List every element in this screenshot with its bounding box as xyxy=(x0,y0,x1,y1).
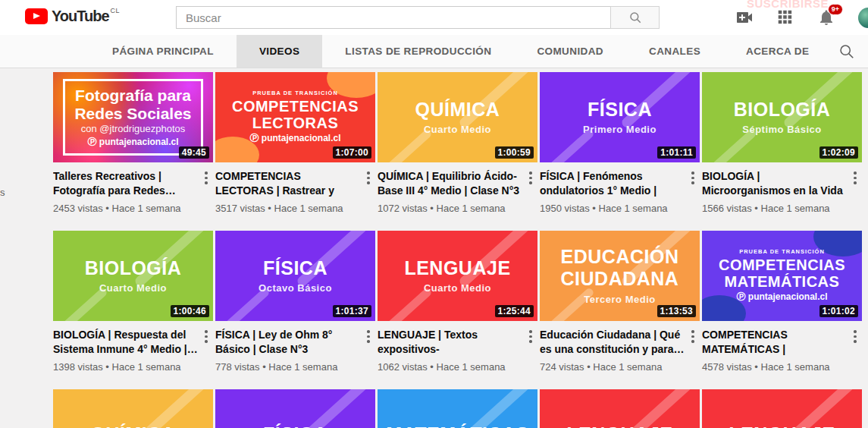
video-card[interactable]: LENGUAJE xyxy=(702,389,862,428)
video-duration-badge: 49:45 xyxy=(179,146,209,159)
thumbnail-heading: QUÍMICA xyxy=(91,423,176,428)
video-title[interactable]: BIOLOGÍA | Microorganismos en la Vida Co… xyxy=(702,169,848,198)
kebab-menu-icon[interactable] xyxy=(199,169,213,198)
thumbnail-heading: QUÍMICA xyxy=(415,99,500,121)
video-thumbnail[interactable]: FÍSICA Octavo Básico 1:01:37 xyxy=(215,231,375,321)
video-thumbnail[interactable]: BIOLOGÍA Séptimo Básico 1:02:09 xyxy=(702,72,862,162)
video-thumbnail[interactable]: FÍSICA xyxy=(215,389,375,428)
video-duration-badge: 1:01:37 xyxy=(333,305,371,317)
create-video-icon[interactable] xyxy=(735,8,754,27)
kebab-menu-icon[interactable] xyxy=(362,169,375,198)
youtube-logo[interactable]: YouTube CL xyxy=(25,8,120,24)
video-title[interactable]: COMPETENCIAS LECTORAS | Rastrear y local… xyxy=(215,169,362,198)
video-title[interactable]: BIOLOGÍA | Respuesta del Sistema Inmune … xyxy=(53,328,199,357)
video-thumbnail[interactable]: LENGUAJE Cuarto Medio 1:25:44 xyxy=(378,231,537,321)
video-meta: 1062 vistas • Hace 1 semana xyxy=(378,361,537,373)
kebab-menu-icon[interactable] xyxy=(686,328,700,357)
kebab-menu-icon[interactable] xyxy=(199,328,213,357)
tab-pagina-principal[interactable]: PÁGINA PRINCIPAL xyxy=(89,35,237,68)
thumbnail-pretitle: PRUEBA DE TRANSICIÓN xyxy=(739,249,825,256)
tab-listas-de-reproduccion[interactable]: LISTAS DE REPRODUCCIÓN xyxy=(322,35,514,68)
video-grid: Fotografía para Redes Sociales con @jtro… xyxy=(53,72,862,428)
video-thumbnail[interactable]: MATEMÁTICAS xyxy=(378,389,537,428)
video-meta: 1950 vistas • Hace 1 semana xyxy=(540,203,700,214)
kebab-menu-icon[interactable] xyxy=(362,328,375,357)
video-card[interactable]: PRUEBA DE TRANSICIÓN COMPETENCIAS MATEMÁ… xyxy=(702,231,862,373)
video-title[interactable]: Talleres Recreativos | Fotografía para R… xyxy=(53,169,199,198)
thumbnail-streak-decoration xyxy=(620,389,700,428)
account-avatar[interactable] xyxy=(858,8,868,28)
tab-videos[interactable]: VIDEOS xyxy=(237,35,322,68)
video-card[interactable]: BIOLOGÍA Cuarto Medio 1:00:46 BIOLOGÍA |… xyxy=(53,231,213,373)
thumbnail-subheading: Cuarto Medio xyxy=(424,124,491,136)
search-input[interactable] xyxy=(176,6,610,29)
video-thumbnail[interactable]: LENGUAJE xyxy=(702,389,862,428)
video-thumbnail[interactable]: PRUEBA DE TRANSICIÓN COMPETENCIAS MATEMÁ… xyxy=(702,231,862,321)
thumbnail-heading: FÍSICA xyxy=(263,257,327,279)
channel-search-icon[interactable] xyxy=(834,35,859,68)
kebab-menu-icon[interactable] xyxy=(524,328,537,357)
video-thumbnail[interactable]: QUÍMICA Cuarto Medio 1:00:59 xyxy=(378,72,537,162)
video-card[interactable]: FÍSICA xyxy=(215,389,375,428)
search-bar xyxy=(176,6,660,29)
video-card[interactable]: LENGUAJE Cuarto Medio 1:25:44 LENGUAJE |… xyxy=(378,231,537,373)
thumbnail-heading: LENGUAJE xyxy=(729,423,835,428)
video-card[interactable]: MATEMÁTICAS xyxy=(378,389,537,428)
thumbnail-line2: Redes Sociales xyxy=(74,105,191,123)
search-icon xyxy=(628,11,642,24)
video-card[interactable]: QUÍMICA xyxy=(53,389,213,428)
thumbnail-pretitle: PRUEBA DE TRANSICIÓN xyxy=(252,90,338,97)
video-thumbnail[interactable]: LENGUAJE xyxy=(540,389,700,428)
video-duration-badge: 1:02:09 xyxy=(819,146,858,159)
video-title[interactable]: QUÍMICA | Equilibrio Ácido-Base III 4° M… xyxy=(378,169,524,198)
video-card[interactable]: LENGUAJE xyxy=(540,389,700,428)
thumbnail-heading: LENGUAJE xyxy=(404,257,510,279)
video-thumbnail[interactable]: BIOLOGÍA Cuarto Medio 1:00:46 xyxy=(53,231,213,321)
kebab-menu-icon[interactable] xyxy=(848,169,862,198)
thumbnail-heading: COMPETENCIAS LECTORAS xyxy=(215,98,375,131)
video-card[interactable]: BIOLOGÍA Séptimo Básico 1:02:09 BIOLOGÍA… xyxy=(702,72,862,214)
video-thumbnail[interactable]: FÍSICA Primero Medio 1:01:11 xyxy=(540,72,700,162)
video-meta: 3517 vistas • Hace 1 semana xyxy=(215,203,375,214)
search-button[interactable] xyxy=(610,6,660,29)
thumbnail-subheading: Primero Medio xyxy=(583,124,656,136)
tab-canales[interactable]: CANALES xyxy=(626,35,723,68)
video-thumbnail[interactable]: QUÍMICA xyxy=(53,389,213,428)
thumbnail-heading: FÍSICA xyxy=(263,423,327,428)
video-meta: 778 vistas • Hace 1 semana xyxy=(215,361,375,373)
video-title[interactable]: FÍSICA | Fenómenos ondulatorios 1° Medio… xyxy=(540,169,686,198)
notifications-bell-icon[interactable]: 9+ xyxy=(817,8,835,27)
thumbnail-heading: EDUCACIÓN CIUDADANA xyxy=(540,246,700,290)
video-title[interactable]: Educación Ciudadana | Qué es una constit… xyxy=(540,328,686,357)
video-card[interactable]: QUÍMICA Cuarto Medio 1:00:59 QUÍMICA | E… xyxy=(378,72,537,214)
tab-comunidad[interactable]: COMUNIDAD xyxy=(514,35,626,68)
video-card[interactable]: PRUEBA DE TRANSICIÓN COMPETENCIAS LECTOR… xyxy=(215,72,375,214)
youtube-wordmark: YouTube xyxy=(52,8,109,24)
thumbnail-subheading: Cuarto Medio xyxy=(424,283,491,294)
video-card[interactable]: FÍSICA Primero Medio 1:01:11 FÍSICA | Fe… xyxy=(540,72,700,214)
video-title[interactable]: COMPETENCIAS MATEMÁTICAS | Ejercicios… xyxy=(702,328,848,357)
kebab-menu-icon[interactable] xyxy=(524,169,537,198)
video-title[interactable]: FÍSICA | Ley de Ohm 8° Básico | Clase N°… xyxy=(215,328,362,357)
thumbnail-line1: Fotografía para xyxy=(75,87,191,105)
video-thumbnail[interactable]: EDUCACIÓN CIUDADANA Tercero Medio 1:13:5… xyxy=(540,231,700,321)
apps-grid-icon[interactable] xyxy=(776,8,794,27)
video-duration-badge: 1:25:44 xyxy=(495,305,534,317)
channel-tabbar: PÁGINA PRINCIPAL VIDEOS LISTAS DE REPROD… xyxy=(0,35,868,68)
video-thumbnail[interactable]: Fotografía para Redes Sociales con @jtro… xyxy=(53,72,213,162)
tab-acerca-de[interactable]: ACERCA DE xyxy=(723,35,832,68)
video-meta: 4578 vistas • Hace 1 semana xyxy=(702,361,862,373)
youtube-play-icon xyxy=(25,8,48,24)
video-card[interactable]: EDUCACIÓN CIUDADANA Tercero Medio 1:13:5… xyxy=(540,231,700,373)
video-card[interactable]: Fotografía para Redes Sociales con @jtro… xyxy=(53,72,213,214)
kebab-menu-icon[interactable] xyxy=(686,169,700,198)
video-title[interactable]: LENGUAJE | Textos expositivos-argumentat… xyxy=(378,328,524,357)
thumbnail-heading: BIOLOGÍA xyxy=(734,99,831,121)
thumbnail-heading: FÍSICA xyxy=(588,99,652,121)
video-duration-badge: 1:07:00 xyxy=(333,146,371,159)
video-thumbnail[interactable]: PRUEBA DE TRANSICIÓN COMPETENCIAS LECTOR… xyxy=(215,72,375,162)
video-card[interactable]: FÍSICA Octavo Básico 1:01:37 FÍSICA | Le… xyxy=(215,231,375,373)
kebab-menu-icon[interactable] xyxy=(848,328,862,357)
video-duration-badge: 1:01:11 xyxy=(657,146,696,159)
app-header: SUSCRIBIRSE YouTube CL xyxy=(0,0,868,35)
